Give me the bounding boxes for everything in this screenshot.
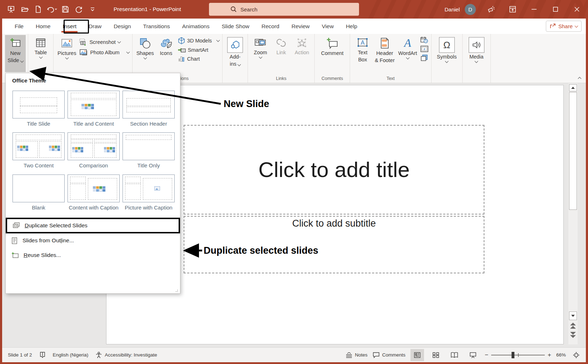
table-button[interactable]: Table bbox=[30, 35, 51, 72]
media-button[interactable]: Media bbox=[465, 35, 488, 72]
slide-sorter-view-button[interactable] bbox=[429, 349, 443, 361]
chart-button[interactable]: Chart bbox=[178, 56, 219, 62]
tab-help[interactable]: Help bbox=[340, 20, 363, 33]
fit-slide-to-window-button[interactable] bbox=[571, 349, 582, 361]
zoom-slider-handle[interactable] bbox=[512, 352, 514, 358]
previous-slide-button[interactable] bbox=[570, 322, 576, 329]
add-ins-button[interactable]: Add- ins bbox=[225, 35, 245, 72]
reading-view-icon bbox=[450, 352, 458, 358]
new-slide-button[interactable]: New Slide bbox=[5, 35, 26, 72]
reading-view-button[interactable] bbox=[448, 349, 461, 361]
scroll-up-button[interactable] bbox=[569, 84, 577, 91]
layout-title-slide[interactable]: Title Slide bbox=[12, 91, 65, 127]
ribbon-display-options-icon[interactable] bbox=[507, 3, 519, 15]
icons-button[interactable]: Icons bbox=[156, 35, 176, 72]
open-file-icon[interactable] bbox=[19, 3, 31, 15]
menu-item-reuse-slides[interactable]: Reuse Slides... bbox=[6, 248, 180, 263]
text-box-button[interactable]: A Text Box bbox=[352, 35, 373, 72]
minimize-icon[interactable] bbox=[528, 3, 540, 15]
tab-transitions[interactable]: Transitions bbox=[137, 20, 176, 33]
date-time-button[interactable] bbox=[420, 36, 428, 44]
3d-models-icon bbox=[178, 37, 185, 44]
chevron-down-icon bbox=[445, 60, 449, 63]
normal-view-button[interactable] bbox=[410, 349, 424, 361]
pictures-button[interactable]: Pictures bbox=[56, 35, 78, 72]
spell-check-button[interactable] bbox=[39, 352, 46, 359]
layout-section-header[interactable]: Section Header bbox=[122, 91, 175, 127]
new-slide-icon bbox=[9, 37, 21, 49]
outline-document-icon bbox=[11, 237, 18, 244]
undo-icon[interactable] bbox=[46, 3, 58, 15]
new-file-icon[interactable] bbox=[32, 3, 44, 15]
scrollbar-thumb[interactable] bbox=[569, 92, 577, 210]
zoom-in-icon[interactable]: + bbox=[548, 352, 551, 359]
tab-record[interactable]: Record bbox=[255, 20, 285, 33]
speaker-icon bbox=[472, 40, 482, 50]
wordart-button[interactable]: A WordArt bbox=[397, 35, 419, 72]
smartart-icon bbox=[178, 47, 186, 53]
slide-number-button[interactable]: # bbox=[420, 46, 428, 52]
zoom-slider[interactable]: − + bbox=[485, 352, 551, 359]
object-button[interactable] bbox=[420, 54, 428, 61]
layout-gallery: Title Slide Title and Content Section He… bbox=[12, 91, 175, 211]
redo-icon[interactable] bbox=[73, 3, 85, 15]
title-placeholder[interactable]: Click to add title bbox=[184, 125, 484, 214]
zoom-level[interactable]: 66% bbox=[556, 352, 566, 358]
tab-view[interactable]: View bbox=[316, 20, 340, 33]
tab-animations[interactable]: Animations bbox=[176, 20, 216, 33]
avatar[interactable]: D bbox=[465, 4, 476, 15]
close-icon[interactable] bbox=[571, 3, 583, 15]
tab-slide-show[interactable]: Slide Show bbox=[215, 20, 255, 33]
language-indicator[interactable]: English (Nigeria) bbox=[53, 352, 89, 358]
start-slideshow-icon[interactable] bbox=[5, 3, 17, 15]
scroll-down-button[interactable] bbox=[569, 312, 577, 320]
shapes-icon bbox=[139, 37, 151, 49]
share-button[interactable]: Share bbox=[546, 21, 582, 32]
user-name[interactable]: Daniel bbox=[444, 6, 460, 12]
slide-counter[interactable]: Slide 1 of 2 bbox=[8, 352, 32, 358]
screenshot-button[interactable]: Screenshot bbox=[79, 39, 129, 46]
layout-two-content[interactable]: Two Content bbox=[12, 132, 65, 169]
comments-button[interactable]: Comments bbox=[373, 352, 405, 358]
layout-comparison[interactable]: Comparison bbox=[67, 132, 120, 169]
next-slide-button[interactable] bbox=[570, 331, 576, 339]
dropdown-menu: Duplicate Selected Slides Slides from Ou… bbox=[6, 218, 180, 263]
duplicate-slides-icon bbox=[13, 222, 20, 228]
accessibility-checker[interactable]: Accessibility: Investigate bbox=[95, 352, 157, 359]
zoom-button[interactable]: Zoom bbox=[250, 35, 271, 72]
tab-insert[interactable]: Insert bbox=[56, 20, 83, 33]
tab-design[interactable]: Design bbox=[108, 20, 137, 33]
shapes-button[interactable]: Shapes bbox=[135, 35, 156, 72]
menu-item-duplicate-selected-slides[interactable]: Duplicate Selected Slides bbox=[6, 218, 180, 233]
smartart-button[interactable]: SmartArt bbox=[178, 47, 219, 53]
search-input[interactable] bbox=[240, 6, 348, 12]
layout-title-only[interactable]: Title Only bbox=[122, 132, 175, 169]
3d-models-button[interactable]: 3D Models bbox=[178, 37, 219, 44]
resize-grip[interactable] bbox=[174, 288, 178, 292]
search-box[interactable] bbox=[209, 3, 359, 16]
header-footer-button[interactable]: Header & Footer bbox=[373, 35, 397, 72]
vertical-scrollbar[interactable] bbox=[568, 83, 578, 344]
customize-qat-icon[interactable] bbox=[86, 3, 99, 15]
layout-blank[interactable]: Blank bbox=[12, 175, 65, 211]
zoom-out-icon[interactable]: − bbox=[485, 352, 488, 359]
save-icon[interactable] bbox=[59, 3, 71, 15]
object-icon bbox=[420, 54, 428, 61]
date-time-icon bbox=[420, 36, 428, 44]
tab-file[interactable]: File bbox=[9, 20, 30, 33]
symbols-button[interactable]: Ω Symbols bbox=[434, 35, 460, 72]
maximize-icon[interactable] bbox=[549, 3, 562, 15]
subtitle-placeholder[interactable]: Click to add subtitle bbox=[184, 216, 484, 273]
tab-draw[interactable]: Draw bbox=[83, 20, 108, 33]
comment-button[interactable]: Comment bbox=[317, 35, 348, 72]
tab-home[interactable]: Home bbox=[30, 20, 56, 33]
slide-show-view-button[interactable] bbox=[466, 349, 480, 361]
coming-soon-megaphone-icon[interactable] bbox=[485, 3, 497, 15]
layout-title-and-content[interactable]: Title and Content bbox=[67, 91, 120, 127]
tab-review[interactable]: Review bbox=[285, 20, 316, 33]
menu-item-slides-from-outline[interactable]: Slides from Outline... bbox=[6, 233, 180, 248]
notes-button[interactable]: Notes bbox=[345, 352, 368, 358]
layout-content-with-caption[interactable]: Content with Caption bbox=[67, 175, 120, 211]
layout-picture-with-caption[interactable]: Picture with Caption bbox=[122, 175, 175, 211]
photo-album-button[interactable]: Photo Album bbox=[79, 49, 129, 56]
